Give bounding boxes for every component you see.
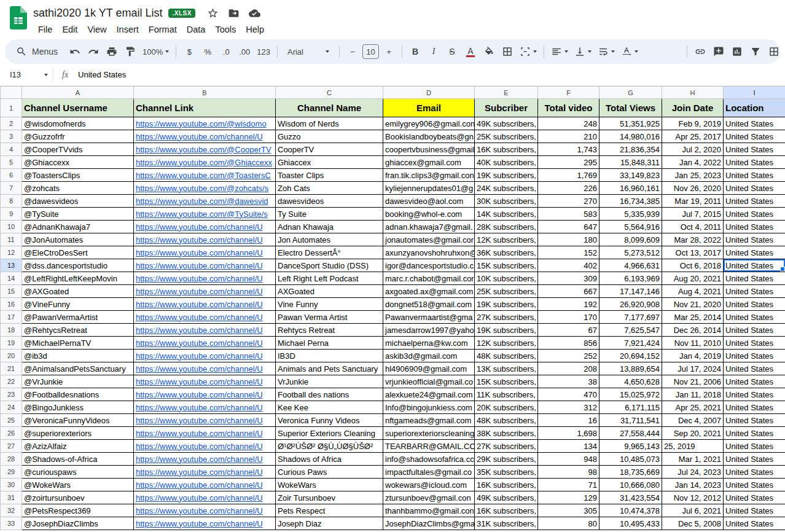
cell-H14[interactable]: Aug 20, 2021	[662, 272, 724, 285]
cell-E24[interactable]: 20K subscribers,	[475, 401, 538, 414]
cell-I9[interactable]: United States	[724, 208, 785, 221]
cell-F28[interactable]: 948	[538, 453, 599, 466]
cell-I12[interactable]: United States	[724, 246, 785, 259]
cell-B28[interactable]: https://www.youtube.com/channel/U	[134, 453, 276, 466]
cell-D11[interactable]: jonautomates@gmail.cor	[383, 233, 475, 246]
cell-G15[interactable]: 17,147,146	[599, 285, 662, 298]
cell-H4[interactable]: Jul 2, 2020	[662, 143, 724, 156]
cell-B33[interactable]: https://www.youtube.com/channel/U	[134, 517, 276, 530]
cell-D8[interactable]: dawesvideo@aol.com	[383, 195, 475, 208]
cell-F23[interactable]: 470	[538, 388, 599, 401]
cell-B14[interactable]: https://www.youtube.com/channel/U	[134, 272, 276, 285]
cell-I8[interactable]: United States	[724, 195, 785, 208]
cell-E2[interactable]: 49K subscribers,	[475, 117, 538, 130]
cell-B5[interactable]: https://www.youtube.com/@Ghiaccexx	[134, 156, 276, 169]
cell-F2[interactable]: 248	[538, 117, 599, 130]
cell-D24[interactable]: Info@bingojunkiess.com	[383, 401, 475, 414]
cell-C8[interactable]: dawesvideos	[276, 195, 383, 208]
cell-F20[interactable]: 252	[538, 350, 599, 362]
cell-A2[interactable]: @wisdomofnerds	[22, 117, 134, 130]
cell-I14[interactable]: United States	[724, 272, 785, 285]
cell-D18[interactable]: jamesdarrow1997@yaho	[383, 324, 475, 337]
row-header-7[interactable]: 7	[1, 182, 22, 195]
cell-C15[interactable]: AXGoated	[276, 285, 383, 298]
row-header-5[interactable]: 5	[1, 156, 22, 169]
cell-H33[interactable]: Dec 5, 2008	[662, 517, 724, 530]
cell-H15[interactable]: Aug 4, 2021	[662, 285, 724, 298]
cell-A17[interactable]: @PawanVermaArtist	[22, 311, 134, 324]
cell-H20[interactable]: Jan 4, 2019	[662, 350, 724, 362]
column-header-A[interactable]: A	[22, 87, 134, 99]
redo-button[interactable]	[85, 43, 102, 60]
cell-E8[interactable]: 30K subscribers,	[475, 195, 538, 208]
cell-A24[interactable]: @BingoJunkiess	[22, 401, 134, 414]
cell-A9[interactable]: @TySuite	[22, 208, 134, 221]
cell-B23[interactable]: https://www.youtube.com/channel/U	[134, 388, 276, 401]
cell-C19[interactable]: Michael Perna	[276, 337, 383, 350]
menus-search-button[interactable]: Menus	[11, 43, 65, 60]
cell-I3[interactable]: United States	[724, 130, 785, 143]
cell-G2[interactable]: 51,351,925	[599, 117, 662, 130]
cell-E15[interactable]: 25K subscribers,	[475, 285, 538, 298]
name-box[interactable]: I13	[0, 70, 53, 79]
cell-F7[interactable]: 226	[538, 182, 599, 195]
column-header-G[interactable]: G	[599, 87, 662, 99]
cell-D14[interactable]: marc.r.chabot@gmail.cor	[383, 272, 475, 285]
cell-F12[interactable]: 152	[538, 246, 599, 259]
cell-I24[interactable]: United States	[724, 401, 785, 414]
increase-font-size-button[interactable]: +	[380, 43, 397, 60]
cell-E28[interactable]: 29K subscribers,	[475, 453, 538, 466]
cell-H11[interactable]: Mar 28, 2022	[662, 233, 724, 246]
cell-E7[interactable]: 24K subscribers,	[475, 182, 538, 195]
undo-button[interactable]	[66, 43, 84, 60]
cell-E21[interactable]: 13K subscribers,	[475, 362, 538, 375]
cell-B9[interactable]: https://www.youtube.com/@TySuite/s	[134, 208, 276, 221]
format-currency-button[interactable]: $	[181, 43, 198, 60]
row-header-3[interactable]: 3	[1, 130, 22, 143]
cell-I15[interactable]: United States	[724, 285, 785, 298]
row-header-33[interactable]: 33	[1, 517, 22, 530]
row-header-4[interactable]: 4	[1, 143, 22, 156]
cell-C22[interactable]: VrJunkie	[276, 375, 383, 388]
menu-edit[interactable]: Edit	[57, 23, 82, 36]
cell-I31[interactable]: United States	[724, 491, 785, 504]
cell-H30[interactable]: Jan 14, 2023	[662, 479, 724, 491]
cell-F13[interactable]: 402	[538, 259, 599, 272]
cell-G20[interactable]: 20,694,152	[599, 350, 662, 362]
cell-D30[interactable]: wokewars@icloud.com	[383, 479, 475, 491]
row-header-6[interactable]: 6	[1, 169, 22, 182]
decrease-decimal-button[interactable]: .0	[217, 43, 235, 60]
cell-C13[interactable]: DanceSport Studio (DSS)	[276, 259, 383, 272]
cell-I30[interactable]: United States	[724, 479, 785, 491]
cell-F26[interactable]: 1,698	[538, 427, 599, 440]
cell-C24[interactable]: Kee Kee	[276, 401, 383, 414]
cell-H25[interactable]: Dec 4, 2007	[662, 414, 724, 427]
cell-H24[interactable]: Apr 25, 2021	[662, 401, 724, 414]
cell-A14[interactable]: @LeftRightLeftKeepMovin	[22, 272, 134, 285]
paint-format-button[interactable]	[122, 43, 139, 60]
row-header-10[interactable]: 10	[1, 221, 22, 233]
row-header-2[interactable]: 2	[1, 117, 22, 130]
cell-E17[interactable]: 27K subscribers,	[475, 311, 538, 324]
cell-C31[interactable]: Zoir Tursunboev	[276, 491, 383, 504]
cell-E22[interactable]: 15K subscribers,	[475, 375, 538, 388]
cell-F9[interactable]: 583	[538, 208, 599, 221]
cell-E26[interactable]: 38K subscribers,	[475, 427, 538, 440]
cell-F27[interactable]: 134	[538, 440, 599, 453]
cell-G29[interactable]: 18,735,669	[599, 466, 662, 479]
cell-H22[interactable]: Nov 21, 2006	[662, 375, 724, 388]
cell-D9[interactable]: booking@whol-e.com	[383, 208, 475, 221]
formula-input[interactable]: United States	[78, 70, 126, 79]
cell-H19[interactable]: Nov 11, 2010	[662, 337, 724, 350]
cell-A13[interactable]: @dss.dancesportstudio	[22, 259, 134, 272]
cell-B10[interactable]: https://www.youtube.com/channel/U	[134, 221, 276, 233]
merge-cells-button[interactable]	[517, 43, 539, 60]
cell-D7[interactable]: kyliejennerupdates01@g	[383, 182, 475, 195]
cell-F6[interactable]: 1,769	[538, 169, 599, 182]
cell-E33[interactable]: 31K subscribers,	[475, 517, 538, 530]
cell-G6[interactable]: 33,149,823	[599, 169, 662, 182]
cell-D27[interactable]: TEARBARR@GMAIL.CC	[383, 440, 475, 453]
cell-E14[interactable]: 10K subscribers,	[475, 272, 538, 285]
cell-D19[interactable]: michaelperna@kw.com	[383, 337, 475, 350]
cell-A30[interactable]: @WokeWars	[22, 479, 134, 491]
